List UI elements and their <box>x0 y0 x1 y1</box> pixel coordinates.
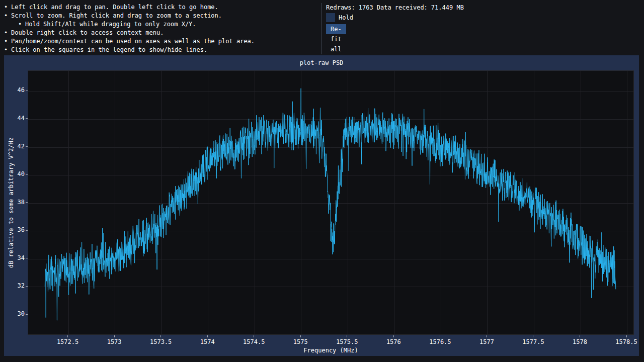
x-tick-label: 1576.5 <box>420 338 460 345</box>
y-tick-label: 44 <box>4 115 25 122</box>
x-tick-label: 1573.5 <box>141 338 181 345</box>
hold-checkbox-label: Hold <box>339 14 353 21</box>
x-tick-label: 1573 <box>94 338 134 345</box>
x-tick-mark <box>487 335 487 337</box>
x-tick-mark <box>347 335 347 337</box>
data-received-label: Data received: <box>377 4 428 11</box>
instruction-item: •Click on the squares in the legend to s… <box>4 46 255 54</box>
bullet-icon: • <box>4 46 11 54</box>
instruction-item: •Double right click to access context me… <box>4 29 255 37</box>
bullet-icon: • <box>4 3 11 12</box>
x-tick-label: 1578.5 <box>606 338 644 345</box>
x-tick-label: 1575 <box>280 338 320 345</box>
instruction-text: Hold Shift/Alt while dragging to only zo… <box>25 21 196 28</box>
x-tick-mark <box>207 335 208 337</box>
instruction-item: •Hold Shift/Alt while dragging to only z… <box>4 20 255 29</box>
divider <box>321 3 322 54</box>
instruction-text: Scroll to zoom. Right click and drag to … <box>11 12 222 19</box>
x-tick-label: 1572.5 <box>48 338 88 345</box>
instruction-text: Left click and drag to pan. Double left … <box>11 4 218 11</box>
hold-checkbox[interactable] <box>326 13 335 22</box>
top-bar: •Left click and drag to pan. Double left… <box>0 0 644 55</box>
redraws-label: Redraws: <box>326 4 355 11</box>
x-tick-label: 1577.5 <box>513 338 553 345</box>
y-tick-mark <box>26 202 28 203</box>
bullet-icon: • <box>18 20 25 29</box>
instruction-item: •Pan/home/zoom/context can be used on ax… <box>4 37 255 46</box>
y-tick-mark <box>26 90 28 91</box>
stats-line: Redraws:1763Data received:71.449 MB <box>326 4 467 11</box>
x-tick-label: 1578 <box>560 338 600 345</box>
instruction-item: •Left click and drag to pan. Double left… <box>4 3 255 12</box>
x-tick-label: 1576 <box>373 338 414 345</box>
refit-all-button[interactable]: Re-fit all <box>326 24 346 34</box>
y-tick-mark <box>26 258 28 258</box>
redraws-value: 1763 <box>359 4 373 11</box>
x-tick-label: 1574 <box>187 338 227 345</box>
x-tick-mark <box>533 335 533 337</box>
bullet-icon: • <box>4 29 11 37</box>
plot-window: plot-raw PSD 1572.515731573.515741574.51… <box>4 55 639 356</box>
x-tick-label: 1577 <box>466 338 507 345</box>
x-tick-mark <box>254 335 254 337</box>
y-axis-title: dB relative to some arbitrary V^2/Hz <box>8 137 15 268</box>
instruction-text: Click on the squares in the legend to sh… <box>11 46 207 53</box>
plot-canvas[interactable] <box>28 71 633 334</box>
x-tick-mark <box>440 335 440 337</box>
y-tick-label: 32 <box>4 282 25 289</box>
x-tick-mark <box>393 335 394 337</box>
instructions-list: •Left click and drag to pan. Double left… <box>4 3 255 54</box>
instruction-text: Double right click to access context men… <box>11 29 164 36</box>
x-tick-mark <box>626 335 627 337</box>
plot-area[interactable] <box>28 70 634 335</box>
bullet-icon: • <box>4 37 11 46</box>
x-tick-mark <box>300 335 301 337</box>
x-tick-mark <box>114 335 115 337</box>
x-axis-title: Frequency (MHz) <box>28 347 634 354</box>
instruction-text: Pan/home/zoom/context can be used on axe… <box>11 38 255 45</box>
bullet-icon: • <box>4 12 11 20</box>
plot-title: plot-raw PSD <box>4 55 639 70</box>
y-tick-mark <box>26 174 28 175</box>
y-tick-mark <box>26 118 28 119</box>
y-tick-label: 46 <box>4 86 25 94</box>
y-tick-mark <box>26 146 28 147</box>
x-tick-mark <box>67 335 68 337</box>
y-tick-mark <box>26 286 28 287</box>
x-tick-mark <box>160 335 161 337</box>
y-tick-mark <box>26 314 28 315</box>
data-received-value: 71.449 MB <box>431 4 464 11</box>
instruction-item: •Scroll to zoom. Right click and drag to… <box>4 12 255 20</box>
y-tick-mark <box>26 230 28 231</box>
y-tick-label: 30 <box>4 310 25 317</box>
x-tick-label: 1575.5 <box>327 338 367 345</box>
x-tick-mark <box>580 335 580 337</box>
x-tick-label: 1574.5 <box>234 338 274 345</box>
